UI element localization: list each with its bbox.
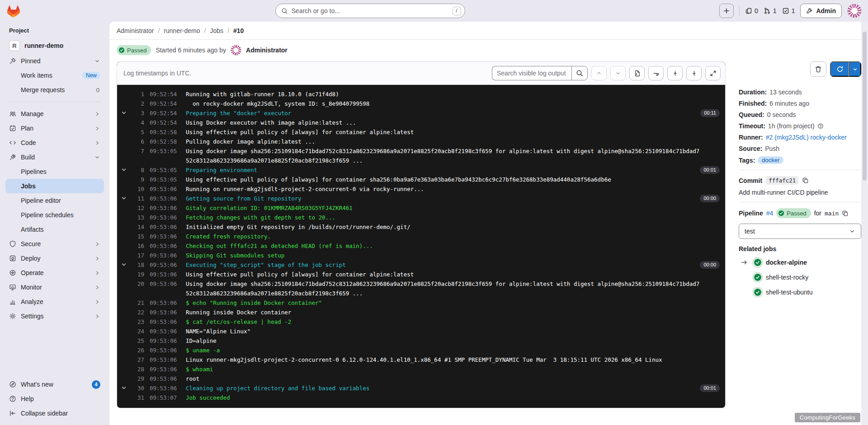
sidebar-item-manage[interactable]: Manage <box>5 107 104 121</box>
section-collapse-caret[interactable] <box>117 99 131 106</box>
erase-log-button[interactable] <box>810 61 826 77</box>
log-line-number[interactable]: 13 <box>131 213 144 222</box>
log-line-number[interactable]: 27 <box>131 355 144 364</box>
sidebar-item-operate[interactable]: Operate <box>5 266 104 280</box>
sidebar-subitem-pipelines[interactable]: Pipelines <box>5 164 104 179</box>
page-scrollbar-thumb[interactable] <box>863 32 867 181</box>
log-line-number[interactable]: 28 <box>131 364 144 374</box>
sidebar-item-merge-requests[interactable]: Merge requests 0 <box>5 83 104 97</box>
log-line-number[interactable]: 19 <box>131 270 144 279</box>
log-line-number[interactable]: 26 <box>131 346 144 355</box>
section-collapse-caret[interactable] <box>117 194 131 201</box>
log-line-number[interactable]: 16 <box>131 241 144 251</box>
log-line-number[interactable]: 1 <box>131 89 144 99</box>
section-collapse-caret[interactable] <box>117 137 131 144</box>
sidebar-item-analyze[interactable]: Analyze <box>5 294 104 309</box>
section-collapse-caret[interactable] <box>117 374 131 381</box>
create-new-button[interactable] <box>719 4 734 18</box>
section-collapse-caret[interactable] <box>117 270 131 277</box>
tag-badge[interactable]: docker <box>758 156 783 164</box>
merge-requests-counter[interactable]: 1 <box>764 7 777 14</box>
section-collapse-caret[interactable] <box>117 222 131 229</box>
sidebar-collapse-button[interactable]: Collapse sidebar <box>5 406 104 420</box>
author-name[interactable]: Administrator <box>246 47 288 54</box>
sidebar-project-item[interactable]: R runner-demo <box>5 37 104 54</box>
sidebar-subitem-pipeline-schedules[interactable]: Pipeline schedules <box>5 208 104 222</box>
log-line-number[interactable]: 14 <box>131 222 144 232</box>
related-job-item[interactable]: shell-test-ubuntu <box>739 285 861 299</box>
section-collapse-caret[interactable] <box>117 146 131 154</box>
section-collapse-caret[interactable] <box>117 279 131 286</box>
show-raw-log-button[interactable] <box>629 66 645 80</box>
commit-message[interactable]: Add multi-runner CI/CD pipeline <box>739 189 861 196</box>
log-search-button[interactable] <box>571 66 588 80</box>
log-search-input[interactable] <box>492 66 571 80</box>
related-job-item[interactable]: docker-alpine <box>739 255 861 270</box>
sidebar-item-deploy[interactable]: Deploy <box>5 251 104 266</box>
todos-counter[interactable]: 1 <box>782 7 795 14</box>
user-avatar[interactable] <box>847 4 862 18</box>
log-line-number[interactable]: 21 <box>131 298 144 308</box>
scroll-to-bottom-button[interactable] <box>686 66 702 80</box>
sidebar-item-help[interactable]: Help <box>5 392 104 406</box>
log-line-number[interactable]: 10 <box>131 184 144 194</box>
log-line-number[interactable]: 22 <box>131 308 144 317</box>
log-line-number[interactable]: 31 <box>131 393 144 402</box>
section-collapse-caret[interactable] <box>117 298 131 305</box>
log-line-number[interactable]: 8 <box>131 165 144 175</box>
sidebar-item-pinned[interactable]: Pinned <box>5 54 104 68</box>
sidebar-subitem-pipeline-editor[interactable]: Pipeline editor <box>5 193 104 208</box>
global-search-input[interactable]: Search or go to... / <box>275 4 465 18</box>
section-collapse-caret[interactable] <box>117 165 131 173</box>
sidebar-item-work-items[interactable]: Work items New <box>5 68 104 83</box>
section-collapse-caret[interactable] <box>117 108 131 116</box>
section-collapse-caret[interactable] <box>117 118 131 125</box>
section-collapse-caret[interactable] <box>117 308 131 315</box>
log-line-number[interactable]: 12 <box>131 203 144 213</box>
section-collapse-caret[interactable] <box>117 383 131 391</box>
section-collapse-caret[interactable] <box>117 127 131 135</box>
log-line-number[interactable]: 15 <box>131 232 144 241</box>
sidebar-subitem-jobs[interactable]: Jobs <box>5 179 104 193</box>
retry-options-dropdown[interactable] <box>849 61 861 77</box>
log-line-number[interactable]: 11 <box>131 194 144 203</box>
log-line-number[interactable]: 23 <box>131 317 144 327</box>
breadcrumb-item[interactable]: runner-demo <box>164 27 200 34</box>
log-line-number[interactable]: 30 <box>131 383 144 393</box>
pipeline-link[interactable]: #4 <box>766 210 774 217</box>
next-match-button[interactable] <box>610 66 626 80</box>
log-line-number[interactable]: 6 <box>131 137 144 146</box>
log-line-number[interactable]: 2 <box>131 99 144 108</box>
section-collapse-caret[interactable] <box>117 355 131 362</box>
log-line-number[interactable]: 20 <box>131 279 144 289</box>
wrap-lines-button[interactable] <box>648 66 664 80</box>
sidebar-item-secure[interactable]: Secure <box>5 237 104 251</box>
related-job-item[interactable]: shell-test-rocky <box>739 270 861 285</box>
log-line-number[interactable]: 17 <box>131 251 144 260</box>
log-line-number[interactable]: 5 <box>131 127 144 137</box>
pipeline-ref[interactable]: main <box>825 210 839 217</box>
log-line-number[interactable]: 18 <box>131 260 144 270</box>
stage-dropdown[interactable]: test <box>739 224 861 239</box>
section-collapse-caret[interactable] <box>117 317 131 324</box>
section-collapse-caret[interactable] <box>117 260 131 267</box>
sidebar-item-settings[interactable]: Settings <box>5 309 104 323</box>
sidebar-item-whats-new[interactable]: What's new 4 <box>5 377 104 392</box>
fullscreen-button[interactable] <box>705 66 721 80</box>
breadcrumb-item[interactable]: Administrator <box>117 27 154 34</box>
section-collapse-caret[interactable] <box>117 346 131 353</box>
scroll-to-top-button[interactable] <box>667 66 683 80</box>
sidebar-item-monitor[interactable]: Monitor <box>5 280 104 294</box>
log-line-number[interactable]: 4 <box>131 118 144 127</box>
sidebar-item-build[interactable]: Build <box>5 150 104 164</box>
retry-job-button[interactable] <box>830 61 849 77</box>
log-line-number[interactable]: 3 <box>131 108 144 118</box>
log-line-number[interactable]: 29 <box>131 374 144 383</box>
section-collapse-caret[interactable] <box>117 213 131 220</box>
issues-counter[interactable]: 0 <box>745 7 758 14</box>
log-line-number[interactable]: 7 <box>131 146 144 156</box>
runner-link[interactable]: #2 (mkg2JSdL) rocky-docker <box>766 134 847 141</box>
log-line-number[interactable]: 9 <box>131 175 144 184</box>
section-collapse-caret[interactable] <box>117 251 131 258</box>
section-collapse-caret[interactable] <box>117 364 131 372</box>
